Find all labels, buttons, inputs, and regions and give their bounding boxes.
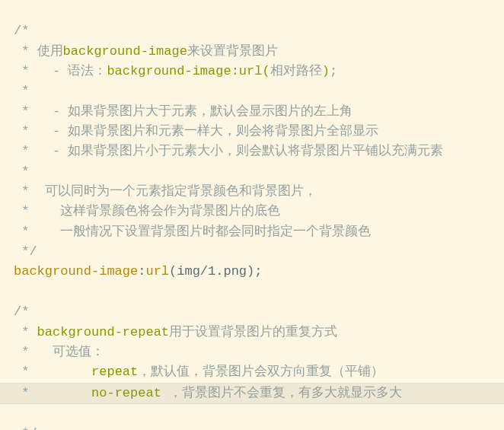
comment-line-open: /* bbox=[14, 304, 29, 319]
keyword: background-image bbox=[63, 44, 187, 59]
comment-line: * background-repeat用于设置背景图片的重复方式 bbox=[14, 325, 337, 339]
keyword: repeat bbox=[91, 365, 138, 379]
comment-line: * 一般情况下设置背景图片时都会同时指定一个背景颜色 bbox=[14, 225, 371, 239]
comment-line: * 这样背景颜色将会作为背景图片的底色 bbox=[14, 204, 280, 218]
comment-line: * repeat，默认值，背景图片会双方向重复（平铺） bbox=[14, 365, 384, 379]
comment-line: * 可以同时为一个元素指定背景颜色和背景图片， bbox=[14, 184, 317, 199]
keyword: no-repeat bbox=[91, 386, 169, 400]
code-block: /* * 使用background-image来设置背景图片 * - 语法：ba… bbox=[0, 0, 504, 430]
keyword: ) bbox=[322, 64, 330, 78]
highlighted-line: * no-repeat ，背景图片不会重复，有多大就显示多大 bbox=[0, 383, 504, 404]
comment-line: * - 语法：background-image:url(相对路径); bbox=[14, 64, 337, 78]
comment-line: * - 如果背景图片小于元素大小，则会默认将背景图片平铺以充满元素 bbox=[14, 144, 443, 158]
css-property: background-image bbox=[14, 264, 138, 279]
comment-line: * 使用background-image来设置背景图片 bbox=[14, 44, 278, 59]
keyword: background-image:url( bbox=[107, 64, 270, 78]
css-declaration: background-image:url(img/1.png); bbox=[14, 264, 262, 279]
comment-line: * - 如果背景图片和元素一样大，则会将背景图片全部显示 bbox=[14, 124, 378, 139]
comment-line-open: /* bbox=[14, 24, 29, 38]
comment-line: * bbox=[14, 84, 29, 98]
comment-line: * 可选值： bbox=[14, 345, 104, 359]
comment-line: * - 如果背景图片大于元素，默认会显示图片的左上角 bbox=[14, 104, 352, 119]
keyword: background-repeat bbox=[37, 325, 169, 339]
comment-line-close: */ bbox=[14, 426, 37, 430]
comment-line-close: */ bbox=[14, 244, 37, 259]
css-function: url bbox=[145, 264, 169, 279]
comment-line: * no-repeat ，背景图片不会重复，有多大就显示多大 bbox=[14, 386, 402, 400]
comment-line: * bbox=[14, 164, 29, 179]
